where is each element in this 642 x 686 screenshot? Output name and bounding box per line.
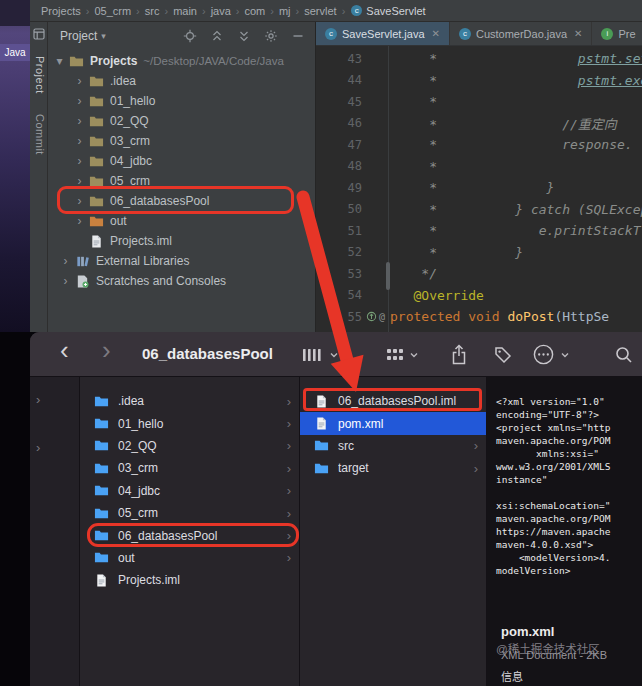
- line-number[interactable]: 50: [316, 202, 362, 216]
- finder-item-projects-iml[interactable]: Projects.iml: [80, 569, 299, 591]
- settings-gear-icon[interactable]: [264, 29, 278, 43]
- line-number[interactable]: 51: [316, 224, 362, 238]
- tree-item-02-qq[interactable]: ›02_QQ: [48, 111, 315, 131]
- line-number[interactable]: 52: [316, 245, 362, 259]
- finder-item-05-crm[interactable]: 05_crm›: [80, 502, 299, 524]
- editor-tab-customerdao-java[interactable]: cCustomerDao.java✕: [450, 22, 592, 45]
- chevron-right-icon[interactable]: ›: [74, 74, 85, 88]
- chevron-right-icon: ›: [287, 483, 291, 498]
- group-icon[interactable]: [386, 347, 404, 363]
- tree-item-scratches-and-consoles[interactable]: ›Scratches and Consoles: [48, 271, 315, 291]
- finder-item-02-qq[interactable]: 02_QQ›: [80, 435, 299, 457]
- finder-item-out[interactable]: out›: [80, 547, 299, 569]
- chevron-down-icon[interactable]: [560, 351, 570, 359]
- line-number[interactable]: 46: [316, 116, 362, 130]
- line-number[interactable]: 54: [316, 288, 362, 302]
- search-icon[interactable]: [614, 345, 634, 365]
- breadcrumb-current[interactable]: c SaveServlet: [351, 5, 425, 17]
- chevron-right-icon[interactable]: ›: [74, 194, 85, 208]
- editor-tab-saveservlet-java[interactable]: cSaveServlet.java✕: [316, 22, 450, 45]
- finder-item-06-databasespool[interactable]: 06_databasesPool›: [80, 524, 299, 546]
- breadcrumb-separator-icon: ›: [236, 5, 240, 17]
- chevron-right-icon[interactable]: ›: [74, 214, 85, 228]
- tree-item-label: 02_QQ: [110, 114, 149, 128]
- chevron-down-icon[interactable]: [409, 351, 419, 359]
- finder-item-idea[interactable]: .idea›: [80, 390, 299, 412]
- tree-item-projects-iml[interactable]: Projects.iml: [48, 231, 315, 251]
- chevron-right-icon[interactable]: ›: [60, 274, 71, 288]
- tree-root-row[interactable]: ▾ Projects ~/Desktop/JAVA/Code/Java: [48, 51, 315, 71]
- preview-info-label[interactable]: 信息: [501, 668, 523, 684]
- chevron-right-icon[interactable]: ›: [74, 114, 85, 128]
- chevron-right-icon[interactable]: ›: [74, 154, 85, 168]
- sidebar-commit-button[interactable]: Commit: [32, 114, 46, 155]
- tag-icon[interactable]: [494, 346, 512, 364]
- breadcrumb-item-src[interactable]: src: [144, 5, 161, 17]
- close-tab-icon[interactable]: ✕: [574, 28, 582, 39]
- tree-item-external-libraries[interactable]: ›External Libraries: [48, 251, 315, 271]
- line-number[interactable]: 49: [316, 181, 362, 195]
- line-number[interactable]: 44: [316, 73, 362, 87]
- finder-item-01-hello[interactable]: 01_hello›: [80, 412, 299, 434]
- finder-item-06-databasespool-iml[interactable]: 06_databasesPool.iml: [300, 390, 486, 412]
- chevron-right-icon[interactable]: ›: [60, 254, 71, 268]
- line-number[interactable]: 48: [316, 159, 362, 173]
- back-button[interactable]: ‹: [60, 335, 69, 366]
- finder-item-03-crm[interactable]: 03_crm›: [80, 457, 299, 479]
- tree-item-label: 06_databasesPool: [110, 194, 209, 208]
- breadcrumb-item-mj[interactable]: mj: [278, 5, 292, 17]
- finder-item-target[interactable]: target›: [300, 457, 486, 479]
- code-line: 51 * e.printStackT: [316, 220, 642, 242]
- tree-item-idea[interactable]: ›.idea: [48, 71, 315, 91]
- chevron-right-icon[interactable]: ›: [74, 134, 85, 148]
- close-tab-icon[interactable]: ✕: [432, 28, 440, 39]
- view-columns-icon[interactable]: [302, 347, 324, 363]
- code-text: * } catch (SQLExcep: [390, 202, 642, 217]
- project-panel-title[interactable]: Project: [60, 29, 97, 43]
- line-number[interactable]: 53: [316, 267, 362, 281]
- more-options-icon[interactable]: [532, 343, 555, 366]
- tree-item-06-databasespool[interactable]: ›06_databasesPool: [48, 191, 315, 211]
- line-number[interactable]: 47: [316, 138, 362, 152]
- finder-item-src[interactable]: src›: [300, 435, 486, 457]
- hide-panel-icon[interactable]: [291, 29, 305, 43]
- line-number[interactable]: 45: [316, 95, 362, 109]
- breadcrumb-item-com[interactable]: com: [244, 5, 267, 17]
- project-tool-window-icon[interactable]: [33, 28, 45, 40]
- finder-item-pom-xml[interactable]: pom.xml: [300, 412, 486, 434]
- breadcrumb-item-05-crm[interactable]: 05_crm: [93, 5, 132, 17]
- editor-tab-pre[interactable]: iPre: [592, 22, 642, 45]
- tree-item-out[interactable]: ›out: [48, 211, 315, 231]
- finder-item-04-jdbc[interactable]: 04_jdbc›: [80, 480, 299, 502]
- breadcrumb-item-servlet[interactable]: servlet: [303, 5, 337, 17]
- folder-icon: [89, 114, 105, 129]
- chevron-right-icon[interactable]: ›: [74, 174, 85, 188]
- line-number[interactable]: 55: [316, 310, 362, 324]
- breadcrumb-item-java[interactable]: java: [210, 5, 232, 17]
- override-gutter-icon[interactable]: [366, 311, 377, 322]
- collapse-all-icon[interactable]: [237, 29, 251, 43]
- chevron-right-icon: ›: [287, 438, 291, 453]
- tree-item-05-crm[interactable]: ›05_crm: [48, 171, 315, 191]
- finder-item-label: 02_QQ: [118, 439, 287, 453]
- excluded-folder-icon: [89, 214, 105, 229]
- chevron-down-icon[interactable]: ▾: [54, 54, 65, 68]
- breadcrumb-item-projects[interactable]: Projects: [40, 5, 82, 17]
- code-editor[interactable]: 43 * pstmt.set44 * pstmt.exe45 *46 * //重…: [316, 46, 642, 332]
- share-icon[interactable]: [450, 344, 468, 365]
- locate-file-icon[interactable]: [183, 29, 197, 43]
- tree-item-label: Scratches and Consoles: [96, 274, 226, 288]
- chevron-down-icon[interactable]: [329, 351, 339, 359]
- line-number[interactable]: 43: [316, 52, 362, 66]
- chevron-down-icon[interactable]: ▾: [101, 31, 106, 41]
- tree-item-03-crm[interactable]: ›03_crm: [48, 131, 315, 151]
- expand-all-icon[interactable]: [210, 29, 224, 43]
- chevron-right-icon[interactable]: ›: [74, 94, 85, 108]
- editor-area: cSaveServlet.java✕cCustomerDao.java✕iPre…: [316, 22, 642, 332]
- breadcrumb-item-main[interactable]: main: [172, 5, 198, 17]
- tree-item-01-hello[interactable]: ›01_hello: [48, 91, 315, 111]
- tree-item-04-jdbc[interactable]: ›04_jdbc: [48, 151, 315, 171]
- sidebar-project-button[interactable]: Project: [32, 56, 46, 94]
- forward-button[interactable]: ›: [102, 335, 111, 366]
- folder-icon: [94, 394, 111, 409]
